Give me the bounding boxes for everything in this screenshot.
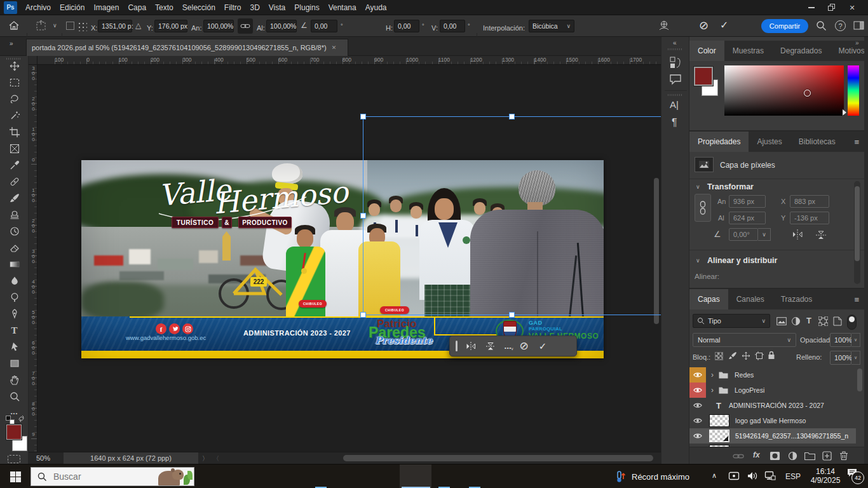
filter-shape-icon[interactable] bbox=[818, 316, 828, 326]
filter-type-icon[interactable]: T bbox=[806, 316, 811, 325]
tab-canales[interactable]: Canales bbox=[728, 289, 773, 309]
quick-mask-icon[interactable] bbox=[8, 455, 20, 463]
transform-tool-badge-icon[interactable] bbox=[35, 20, 49, 32]
filter-pixel-layers-icon[interactable] bbox=[776, 317, 787, 325]
layers-scrollbar[interactable] bbox=[857, 369, 862, 391]
add-mask-icon[interactable] bbox=[770, 451, 780, 461]
healing-brush-tool[interactable] bbox=[6, 174, 23, 189]
layer-filter-select[interactable]: Tipo ∨ bbox=[693, 314, 770, 328]
prop-height-field[interactable]: 624 px bbox=[729, 212, 766, 224]
interpolation-select[interactable]: Bicúbica∨ bbox=[529, 20, 574, 32]
canvas-vertical-scrollbar[interactable] bbox=[654, 178, 659, 324]
filter-smart-object-icon[interactable] bbox=[833, 316, 842, 326]
delete-layer-icon[interactable] bbox=[839, 451, 848, 461]
tray-expand-icon[interactable]: ∧ bbox=[712, 471, 717, 480]
menu-vista[interactable]: Vista bbox=[264, 3, 290, 12]
filter-toggle[interactable] bbox=[847, 315, 857, 330]
transform-handle-top-left[interactable] bbox=[360, 114, 366, 119]
comments-panel-icon[interactable] bbox=[669, 74, 682, 85]
volume-icon[interactable] bbox=[747, 471, 758, 481]
tab-trazados[interactable]: Trazados bbox=[773, 289, 821, 309]
lock-transparency-icon[interactable] bbox=[715, 352, 723, 360]
frame-tool[interactable] bbox=[6, 141, 23, 156]
color-saturation-field[interactable] bbox=[724, 65, 844, 116]
layer-row-administracion[interactable]: T ADMINISTRACIÓN 2023 - 2027 bbox=[689, 398, 856, 413]
layer-comps-panel-icon[interactable] bbox=[669, 56, 682, 70]
lock-pixels-icon[interactable] bbox=[728, 351, 737, 360]
visibility-toggle[interactable] bbox=[689, 383, 706, 398]
marquee-tool[interactable] bbox=[6, 75, 23, 90]
panel-menu-icon[interactable]: ≡ bbox=[854, 137, 864, 147]
visibility-toggle[interactable] bbox=[689, 428, 706, 444]
toolbar-expand-icon[interactable]: » bbox=[10, 40, 12, 47]
close-button[interactable]: ✕ bbox=[844, 1, 860, 14]
align-section-title[interactable]: Alinear y distribuir bbox=[707, 256, 777, 265]
weather-widget[interactable]: Récord máximo bbox=[615, 464, 689, 488]
notification-center-button[interactable]: 42 bbox=[847, 468, 865, 485]
cancel-transform-icon[interactable]: ⊘ bbox=[699, 18, 709, 32]
tab-muestras[interactable]: Muestras bbox=[724, 41, 772, 61]
home-icon[interactable] bbox=[8, 20, 20, 31]
color-cursor[interactable] bbox=[804, 90, 811, 97]
reference-point-checkbox[interactable] bbox=[66, 22, 74, 30]
lock-position-icon[interactable] bbox=[742, 351, 750, 360]
status-collapse-icon[interactable]: 〈 bbox=[213, 454, 219, 463]
blur-tool[interactable] bbox=[6, 273, 23, 288]
cancel-transform-icon[interactable]: ⊘ bbox=[519, 339, 528, 353]
filter-adjustment-icon[interactable] bbox=[791, 316, 801, 326]
tab-close-icon[interactable]: ✕ bbox=[332, 44, 337, 51]
history-brush-tool[interactable] bbox=[6, 224, 23, 239]
banner-canvas[interactable]: 222 CHIBULEO CHIBULEO bbox=[81, 160, 604, 358]
prop-x-field[interactable]: 883 px bbox=[790, 195, 829, 208]
layer-thumbnail[interactable] bbox=[709, 430, 729, 442]
hue-slider[interactable] bbox=[848, 65, 859, 116]
crop-tool[interactable] bbox=[6, 125, 23, 140]
document-tab[interactable]: portada 2026.psd al 50% (519426149_62357… bbox=[26, 39, 348, 56]
reference-point-grid[interactable] bbox=[77, 21, 87, 31]
prop-y-field[interactable]: -136 px bbox=[790, 212, 829, 224]
share-button[interactable]: Compartir bbox=[761, 19, 808, 33]
link-layers-icon[interactable] bbox=[733, 453, 744, 459]
lock-artboard-icon[interactable] bbox=[755, 351, 764, 360]
x-input[interactable]: 1351,00 p: bbox=[98, 20, 132, 32]
eraser-tool[interactable] bbox=[6, 240, 23, 255]
clock[interactable]: 16:14 4/9/2025 bbox=[806, 467, 845, 485]
new-group-icon[interactable] bbox=[804, 452, 815, 460]
h-skew-input[interactable]: 0,00 bbox=[394, 20, 419, 32]
section-chevron-icon[interactable]: ∨ bbox=[696, 184, 700, 190]
chevron-down-icon[interactable]: ∨ bbox=[53, 22, 57, 29]
tab-propiedades[interactable]: Propiedades bbox=[689, 132, 749, 152]
visibility-toggle[interactable] bbox=[689, 398, 706, 413]
document-size-field[interactable]: 1640 px x 624 px (72 ppp) bbox=[64, 452, 198, 464]
network-icon[interactable] bbox=[764, 471, 776, 481]
menu-archivo[interactable]: Archivo bbox=[21, 3, 55, 12]
section-chevron-icon[interactable]: ∨ bbox=[696, 257, 700, 264]
menu-plugins[interactable]: Plugins bbox=[290, 3, 323, 12]
prop-angle-dropdown[interactable]: ∨ bbox=[758, 228, 771, 241]
tab-bibliotecas[interactable]: Bibliotecas bbox=[790, 132, 844, 152]
toolbar-drag-handle[interactable] bbox=[456, 341, 458, 351]
swap-colors-icon[interactable] bbox=[18, 415, 25, 423]
brush-tool[interactable] bbox=[6, 191, 23, 206]
layer-styles-icon[interactable]: fx bbox=[753, 451, 760, 459]
tab-degradados[interactable]: Degradados bbox=[772, 41, 830, 61]
height-input[interactable]: 100,00% bbox=[266, 20, 297, 32]
transform-handle-mid-left[interactable] bbox=[360, 213, 366, 219]
pen-tool[interactable] bbox=[6, 306, 23, 322]
prop-flip-horizontal-icon[interactable] bbox=[791, 229, 804, 240]
workspace-panel-icon[interactable] bbox=[853, 21, 864, 30]
delta-icon[interactable]: △ bbox=[135, 21, 141, 30]
minimize-button[interactable] bbox=[803, 1, 820, 14]
visibility-toggle[interactable] bbox=[689, 367, 706, 383]
menu-edicion[interactable]: Edición bbox=[55, 3, 89, 12]
menu-ayuda[interactable]: Ayuda bbox=[361, 3, 391, 12]
group-expand-icon[interactable]: › bbox=[711, 386, 714, 395]
taskbar-search-box[interactable] bbox=[31, 467, 194, 486]
menu-capa[interactable]: Capa bbox=[123, 3, 151, 12]
paragraph-panel-icon[interactable]: ¶ bbox=[672, 117, 677, 128]
commit-transform-icon[interactable]: ✓ bbox=[720, 19, 728, 31]
menu-imagen[interactable]: Imagen bbox=[89, 3, 123, 12]
prop-flip-vertical-icon[interactable] bbox=[815, 229, 827, 241]
start-button[interactable] bbox=[0, 464, 31, 488]
menu-seleccion[interactable]: Selección bbox=[178, 3, 220, 12]
